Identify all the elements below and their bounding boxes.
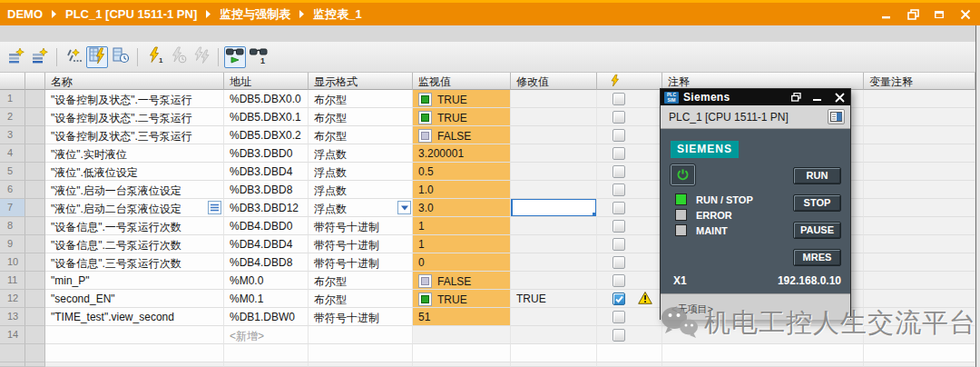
address-cell[interactable]: %M0.1 [224, 290, 309, 308]
column-header-mon[interactable]: 监视值 [413, 73, 511, 90]
modify-value-input[interactable] [513, 200, 595, 215]
display-format-cell[interactable]: 布尔型 [309, 108, 413, 126]
address-cell[interactable]: %DB3.DBD4 [224, 163, 309, 181]
breadcrumb-item[interactable]: PLC_1 [CPU 1511-1 PN] [65, 7, 197, 21]
column-header-num[interactable] [0, 73, 25, 90]
minimize-icon[interactable] [879, 7, 894, 22]
modify-value-cell[interactable]: TRUE [511, 290, 597, 308]
address-cell[interactable]: %DB4.DBD8 [224, 253, 309, 272]
append-row-button[interactable] [29, 46, 51, 68]
modify-enable-checkbox[interactable] [612, 111, 625, 124]
modify-enable-checkbox[interactable] [612, 274, 625, 287]
address-cell[interactable]: %DB3.DBD8 [224, 181, 309, 199]
tag-name-cell[interactable]: "设备信息".二号泵运行次数 [45, 235, 224, 253]
column-header-var[interactable]: 变量注释 [864, 73, 975, 90]
modify-value-cell[interactable] [511, 308, 597, 326]
address-cell[interactable]: %DB4.DBD4 [224, 235, 309, 253]
modify-value-cell[interactable] [511, 126, 597, 144]
modify-enable-checkbox[interactable] [612, 256, 625, 269]
plcsim-restore-icon[interactable] [789, 90, 803, 104]
row-number[interactable]: 13 [0, 308, 25, 326]
address-cell[interactable]: %DB1.DBW0 [224, 308, 309, 326]
expanded-mode-once-button[interactable]: 1 [248, 46, 270, 68]
column-header-name[interactable]: 名称 [45, 73, 224, 90]
modify-value-cell[interactable] [511, 90, 597, 108]
tag-name-cell[interactable]: "second_EN" [45, 290, 224, 308]
expanded-mode-button[interactable] [224, 46, 246, 68]
close-icon[interactable] [958, 7, 973, 22]
breadcrumb-item[interactable]: DEMO [7, 7, 43, 21]
tag-name-cell[interactable]: "设备信息".一号泵运行次数 [45, 217, 224, 235]
plcsim-power-button[interactable] [671, 164, 695, 185]
row-number[interactable]: 14 [0, 326, 25, 344]
display-format-cell[interactable]: 浮点数 [309, 181, 413, 199]
display-format-cell[interactable]: 布尔型 [309, 126, 413, 144]
address-cell[interactable]: <新增> [224, 326, 309, 344]
column-header-fl[interactable] [597, 73, 662, 90]
display-format-cell[interactable]: 浮点数 [309, 163, 413, 181]
column-header-fmt[interactable]: 显示格式 [309, 73, 413, 90]
breadcrumb-item[interactable]: 监控表_1 [313, 7, 361, 21]
display-format-cell[interactable]: 布尔型 [309, 90, 413, 108]
row-number[interactable]: 8 [0, 217, 25, 235]
row-number[interactable]: 9 [0, 235, 25, 253]
modify-value-cell[interactable] [511, 326, 597, 344]
tag-name-cell[interactable]: "液位".启动一台泵液位设定 [45, 181, 224, 199]
row-number[interactable]: 6 [0, 181, 25, 199]
modify-once-button[interactable]: 1 [143, 46, 165, 68]
row-number[interactable]: 4 [0, 144, 25, 163]
plcsim-project-view-button[interactable] [828, 109, 845, 124]
tag-detail-button[interactable] [208, 201, 221, 214]
column-header-addr[interactable]: 地址 [224, 73, 309, 90]
column-header-mark[interactable] [25, 73, 45, 90]
plcsim-titlebar[interactable]: PLCSIM Siemens [661, 89, 850, 105]
row-number[interactable]: 2 [0, 108, 25, 126]
mres-button[interactable]: MRES [793, 249, 841, 266]
address-cell[interactable]: %DB5.DBX0.2 [224, 126, 309, 144]
modify-value-cell[interactable] [511, 199, 597, 217]
tag-name-cell[interactable]: "液位".启动二台泵液位设定 [45, 199, 224, 217]
row-number[interactable]: 1 [0, 90, 25, 108]
modify-value-cell[interactable] [511, 163, 597, 181]
row-number[interactable]: 10 [0, 253, 25, 272]
modify-enable-checkbox[interactable] [612, 238, 625, 251]
display-format-cell[interactable]: 布尔型 [309, 290, 413, 308]
format-dropdown-button[interactable] [397, 201, 411, 214]
monitor-once-button[interactable] [110, 46, 132, 68]
modify-value-cell[interactable] [511, 235, 597, 253]
comment-cell[interactable] [662, 326, 864, 344]
row-number[interactable]: 3 [0, 126, 25, 144]
display-format-cell[interactable] [309, 326, 413, 344]
plcsim-minimize-icon[interactable] [810, 90, 825, 104]
display-format-cell[interactable]: 布尔型 [309, 272, 413, 290]
address-cell[interactable]: %DB5.DBX0.1 [224, 108, 309, 126]
display-format-cell[interactable]: 带符号十进制 [309, 217, 413, 235]
run-button[interactable]: RUN [793, 167, 841, 184]
modify-enable-checkbox[interactable] [612, 147, 625, 160]
modify-enable-checkbox[interactable] [612, 311, 625, 323]
tag-name-cell[interactable] [45, 326, 224, 344]
insert-comment-row-button[interactable] [63, 46, 84, 68]
tag-name-cell[interactable]: "TIME_test".view_second [45, 308, 224, 326]
modify-enable-checkbox[interactable] [612, 329, 625, 342]
modify-value-cell[interactable] [511, 144, 597, 163]
pause-button[interactable]: PAUSE [793, 222, 841, 239]
row-number[interactable]: 12 [0, 290, 25, 308]
restore-icon[interactable] [906, 7, 920, 22]
tag-name-cell[interactable]: "液位".低液位设定 [45, 163, 224, 181]
modify-enable-checkbox[interactable] [612, 220, 625, 233]
tag-name-cell[interactable]: "设备控制及状态".二号泵运行 [45, 108, 224, 126]
row-number[interactable]: 7 [0, 199, 25, 217]
insert-row-button[interactable] [5, 46, 27, 68]
display-format-cell[interactable]: 带符号十进制 [309, 235, 413, 253]
breadcrumb-item[interactable]: 监控与强制表 [220, 7, 290, 21]
tag-name-cell[interactable]: "min_P" [45, 272, 224, 290]
stop-button[interactable]: STOP [793, 194, 841, 212]
display-format-cell[interactable]: 浮点数 [309, 144, 413, 163]
display-format-cell[interactable]: 浮点数 [309, 199, 413, 217]
address-cell[interactable]: %DB3.DBD0 [224, 144, 309, 163]
plcsim-close-icon[interactable] [832, 90, 847, 104]
modify-enable-checkbox[interactable] [612, 184, 625, 196]
tag-name-cell[interactable]: "设备控制及状态".三号泵运行 [45, 126, 224, 144]
tag-name-cell[interactable]: "设备控制及状态".一号泵运行 [45, 90, 224, 108]
